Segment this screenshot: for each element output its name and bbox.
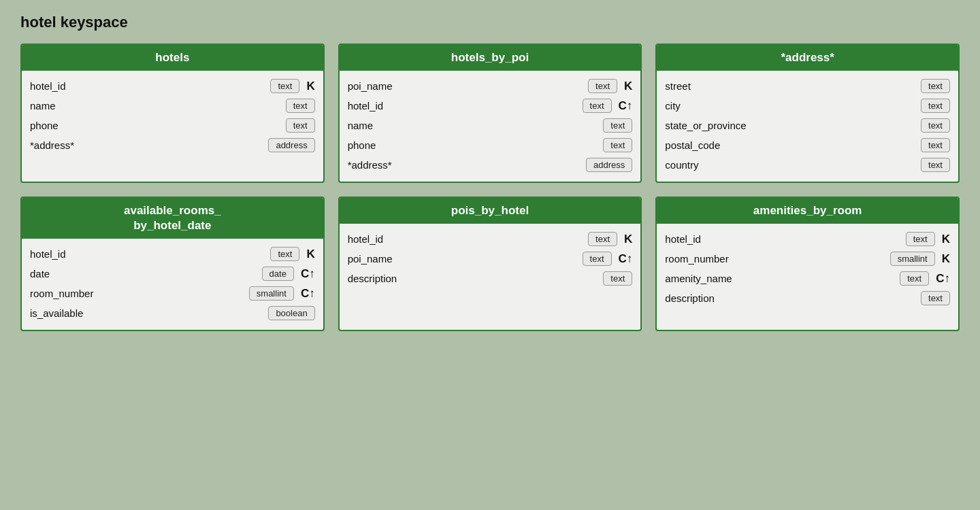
type-badge: text xyxy=(603,271,632,286)
table-row: phonetext xyxy=(30,116,315,135)
field-name: room_number xyxy=(30,288,112,299)
key-marker: C↑ xyxy=(936,272,950,286)
table-row: amenity_nametextC↑ xyxy=(665,269,950,288)
table-row: hotel_idtextK xyxy=(30,244,315,264)
table-row: hotel_idtextK xyxy=(348,229,633,249)
type-badge: text xyxy=(583,99,612,113)
key-marker: C↑ xyxy=(619,252,633,266)
table-body-hotels_by_poi: poi_nametextKhotel_idtextC↑nametextphone… xyxy=(340,71,641,182)
table-body-hotels: hotel_idtextKnametextphonetext*address*a… xyxy=(22,71,323,162)
type-badge: text xyxy=(286,118,315,133)
table-header-hotels_by_poi: hotels_by_poi xyxy=(340,45,641,71)
table-header-amenities_by_room: amenities_by_room xyxy=(657,198,958,224)
field-name: state_or_province xyxy=(665,120,770,131)
field-name: poi_name xyxy=(348,80,429,92)
table-row: state_or_provincetext xyxy=(665,116,950,135)
field-name: country xyxy=(665,159,747,171)
key-marker: K xyxy=(306,80,314,93)
field-name: *address* xyxy=(348,159,429,171)
type-badge: address xyxy=(586,158,632,172)
key-marker: K xyxy=(624,80,632,93)
page-container: hotel keyspace hotelshotel_idtextKnamete… xyxy=(0,0,980,510)
table-row: postal_codetext xyxy=(665,135,950,155)
field-name: amenity_name xyxy=(665,273,747,284)
key-marker: C↑ xyxy=(619,99,633,113)
table-row: *address*address xyxy=(348,155,633,175)
table-row: phonetext xyxy=(348,135,633,155)
table-row: countrytext xyxy=(665,155,950,175)
table-row: datedateC↑ xyxy=(30,264,315,284)
table-header-available_rooms_by_hotel_date: available_rooms_by_hotel_date xyxy=(22,198,323,239)
field-name: city xyxy=(665,100,747,112)
key-marker: K xyxy=(942,252,950,266)
field-name: is_available xyxy=(30,307,112,319)
table-card-available_rooms_by_hotel_date: available_rooms_by_hotel_datehotel_idtex… xyxy=(20,197,325,331)
table-row: poi_nametextC↑ xyxy=(348,249,633,269)
table-row: room_numbersmallintC↑ xyxy=(30,284,315,303)
table-row: descriptiontext xyxy=(348,269,633,288)
table-card-amenities_by_room: amenities_by_roomhotel_idtextKroom_numbe… xyxy=(655,197,960,331)
type-badge: text xyxy=(921,291,950,305)
type-badge: smallint xyxy=(890,252,935,266)
table-card-hotels: hotelshotel_idtextKnametextphonetext*add… xyxy=(20,44,325,183)
field-name: postal_code xyxy=(665,139,747,151)
field-name: hotel_id xyxy=(30,248,112,260)
type-badge: boolean xyxy=(268,306,314,320)
type-badge: text xyxy=(588,232,617,246)
table-card-address: *address*streettextcitytextstate_or_prov… xyxy=(655,44,960,183)
table-row: poi_nametextK xyxy=(348,76,633,96)
table-row: nametext xyxy=(348,116,633,135)
field-name: description xyxy=(665,292,747,304)
field-name: hotel_id xyxy=(348,100,429,112)
type-badge: text xyxy=(921,118,950,133)
tables-grid: hotelshotel_idtextKnametextphonetext*add… xyxy=(20,44,960,331)
table-card-hotels_by_poi: hotels_by_poipoi_nametextKhotel_idtextC↑… xyxy=(338,44,642,183)
table-row: is_availableboolean xyxy=(30,303,315,323)
page-title: hotel keyspace xyxy=(20,14,960,31)
field-name: name xyxy=(348,120,429,131)
table-row: room_numbersmallintK xyxy=(665,249,950,269)
table-body-amenities_by_room: hotel_idtextKroom_numbersmallintKamenity… xyxy=(657,224,958,315)
type-badge: text xyxy=(921,99,950,113)
table-row: hotel_idtextK xyxy=(665,229,950,249)
table-header-pois_by_hotel: pois_by_hotel xyxy=(340,198,641,224)
type-badge: address xyxy=(268,138,314,152)
field-name: street xyxy=(665,80,747,92)
table-body-available_rooms_by_hotel_date: hotel_idtextKdatedateC↑room_numbersmalli… xyxy=(22,239,323,330)
type-badge: text xyxy=(603,118,632,133)
table-card-pois_by_hotel: pois_by_hotelhotel_idtextKpoi_nametextC↑… xyxy=(338,197,642,331)
key-marker: C↑ xyxy=(301,267,315,281)
field-name: phone xyxy=(30,120,112,131)
key-marker: K xyxy=(942,233,950,246)
type-badge: smallint xyxy=(249,286,294,301)
key-marker: K xyxy=(306,248,314,261)
type-badge: date xyxy=(262,267,294,281)
type-badge: text xyxy=(921,158,950,172)
table-row: nametext xyxy=(30,96,315,116)
field-name: room_number xyxy=(665,253,747,265)
table-row: *address*address xyxy=(30,135,315,155)
type-badge: text xyxy=(286,99,315,113)
type-badge: text xyxy=(603,138,632,152)
field-name: hotel_id xyxy=(348,233,429,245)
type-badge: text xyxy=(583,252,612,266)
type-badge: text xyxy=(270,247,299,261)
field-name: poi_name xyxy=(348,253,429,265)
field-name: description xyxy=(348,273,429,284)
type-badge: text xyxy=(921,79,950,93)
type-badge: text xyxy=(270,79,299,93)
key-marker: C↑ xyxy=(301,287,315,301)
field-name: date xyxy=(30,268,112,279)
type-badge: text xyxy=(588,79,617,93)
table-header-hotels: hotels xyxy=(22,45,323,71)
field-name: hotel_id xyxy=(30,80,112,92)
table-body-address: streettextcitytextstate_or_provincetextp… xyxy=(657,71,958,182)
key-marker: K xyxy=(624,233,632,246)
type-badge: text xyxy=(921,138,950,152)
table-row: hotel_idtextC↑ xyxy=(348,96,633,116)
table-row: descriptiontext xyxy=(665,288,950,308)
type-badge: text xyxy=(900,271,929,286)
table-row: citytext xyxy=(665,96,950,116)
table-row: streettext xyxy=(665,76,950,96)
table-row: hotel_idtextK xyxy=(30,76,315,96)
